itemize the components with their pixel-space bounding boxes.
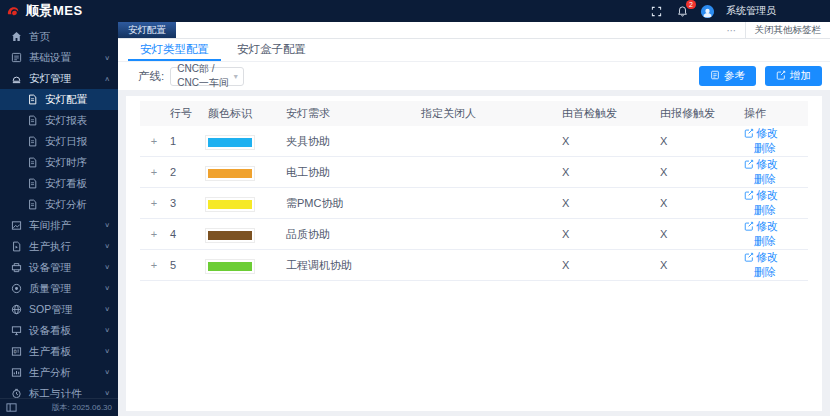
sidebar-item-车间排产[interactable]: 车间排产∨ — [0, 215, 118, 236]
document-icon — [26, 157, 38, 169]
sidebar-item-label: 生产看板 — [29, 345, 71, 359]
color-swatch — [208, 231, 252, 240]
sidebar-item-生产看板[interactable]: 生产看板∨ — [0, 341, 118, 362]
timer-icon — [10, 388, 22, 399]
first-check-trigger-cell: X — [560, 188, 658, 219]
modify-link[interactable]: 修改 — [744, 219, 778, 234]
sidebar-item-安灯管理[interactable]: 安灯管理∧ — [0, 68, 118, 89]
sidebar-item-安灯看板[interactable]: 安灯看板 — [0, 173, 118, 194]
quality-icon — [10, 283, 22, 295]
expand-row-icon[interactable]: + — [140, 157, 168, 188]
first-check-trigger-cell: X — [560, 219, 658, 250]
table-row: +1夹具协助XX修改删除 — [140, 126, 808, 157]
expand-row-icon[interactable]: + — [140, 219, 168, 250]
delete-link[interactable]: 删除 — [754, 141, 776, 156]
sidebar-item-安灯配置[interactable]: 安灯配置 — [0, 89, 118, 110]
user-avatar[interactable] — [701, 5, 714, 18]
assigned-closer-cell — [419, 250, 560, 281]
andon-lamp-icon — [10, 73, 22, 85]
chevron-down-icon: ∨ — [104, 369, 110, 376]
modify-link[interactable]: 修改 — [744, 250, 778, 265]
sidebar-item-安灯时序[interactable]: 安灯时序 — [0, 152, 118, 173]
repair-trigger-cell: X — [658, 219, 742, 250]
sidebar-item-生产分析[interactable]: 生产分析∨ — [0, 362, 118, 383]
table-header-row: 行号颜色标识安灯需求指定关闭人由首检触发由报修触发操作 — [140, 101, 808, 126]
delete-link[interactable]: 删除 — [754, 203, 776, 218]
monitor-icon — [10, 325, 22, 337]
main-area: 安灯配置 ⋯ 关闭其他标签栏 安灯类型配置安灯盒子配置 产线: CNC部 / C… — [118, 22, 830, 416]
column-header: 安灯需求 — [284, 101, 419, 126]
edit-icon — [744, 221, 754, 233]
sidebar-item-安灯日报[interactable]: 安灯日报 — [0, 131, 118, 152]
sidebar-footer: 版本: 2025.06.30 — [0, 398, 118, 416]
notification-badge: 2 — [686, 0, 696, 9]
row-number-cell: 5 — [168, 250, 206, 281]
sidebar-item-label: 安灯报表 — [45, 114, 87, 128]
version-label: 版本: 2025.06.30 — [52, 402, 112, 413]
document-icon — [26, 178, 38, 190]
expand-row-icon[interactable]: + — [140, 250, 168, 281]
sidebar-item-基础设置[interactable]: 基础设置∨ — [0, 47, 118, 68]
sidebar-item-label: 生产分析 — [29, 366, 71, 380]
edit-icon — [744, 190, 754, 202]
subtab-bar: 安灯类型配置安灯盒子配置 — [118, 39, 830, 62]
chevron-down-icon: ∨ — [104, 243, 110, 250]
table-row: +3需PMC协助XX修改删除 — [140, 188, 808, 219]
chevron-down-icon: ▼ — [232, 73, 239, 80]
sidebar-item-首页[interactable]: 首页 — [0, 26, 118, 47]
modify-link[interactable]: 修改 — [744, 188, 778, 203]
andon-demand-cell: 电工协助 — [284, 157, 419, 188]
modify-link[interactable]: 修改 — [744, 126, 778, 141]
sidebar-item-安灯分析[interactable]: 安灯分析 — [0, 194, 118, 215]
equipment-icon — [10, 262, 22, 274]
chevron-down-icon: ∨ — [104, 327, 110, 334]
repair-trigger-cell: X — [658, 188, 742, 219]
delete-link[interactable]: 删除 — [754, 234, 776, 249]
tab-more-icon[interactable]: ⋯ — [719, 22, 745, 38]
row-actions-cell: 修改删除 — [742, 126, 808, 157]
modify-link[interactable]: 修改 — [744, 157, 778, 172]
delete-link[interactable]: 删除 — [754, 172, 776, 187]
expand-row-icon[interactable]: + — [140, 188, 168, 219]
current-user-name[interactable]: 系统管理员 — [726, 4, 776, 18]
sidebar-item-设备看板[interactable]: 设备看板∨ — [0, 320, 118, 341]
document-icon — [26, 115, 38, 127]
color-tag-cell — [206, 250, 284, 281]
production-line-select[interactable]: CNC部 / CNC一车间 ▼ — [170, 67, 244, 86]
collapse-sidebar-icon[interactable] — [6, 402, 17, 413]
settings-icon — [10, 52, 22, 64]
sidebar-item-label: 车间排产 — [29, 219, 71, 233]
row-number-cell: 3 — [168, 188, 206, 219]
subtab-安灯盒子配置[interactable]: 安灯盒子配置 — [225, 39, 318, 61]
assigned-closer-cell — [419, 157, 560, 188]
subtab-安灯类型配置[interactable]: 安灯类型配置 — [128, 39, 221, 61]
row-actions-cell: 修改删除 — [742, 219, 808, 250]
first-check-trigger-cell: X — [560, 157, 658, 188]
close-other-tabs-button[interactable]: 关闭其他标签栏 — [745, 22, 830, 38]
assigned-closer-cell — [419, 126, 560, 157]
fullscreen-icon[interactable] — [649, 4, 663, 18]
sidebar-item-label: 安灯管理 — [29, 72, 71, 86]
reference-button[interactable]: 参考 — [699, 66, 756, 86]
sidebar-item-SOP管理[interactable]: SOP管理∨ — [0, 299, 118, 320]
sidebar-item-设备管理[interactable]: 设备管理∨ — [0, 257, 118, 278]
add-button[interactable]: 增加 — [765, 66, 822, 86]
column-header: 由首检触发 — [560, 101, 658, 126]
sidebar-item-label: 基础设置 — [29, 51, 71, 65]
tab-bar: 安灯配置 ⋯ 关闭其他标签栏 — [118, 22, 830, 39]
sidebar-item-质量管理[interactable]: 质量管理∨ — [0, 278, 118, 299]
sidebar-item-label: 安灯配置 — [45, 93, 87, 107]
delete-link[interactable]: 删除 — [754, 265, 776, 280]
tab-andon-config[interactable]: 安灯配置 — [118, 22, 176, 38]
notification-bell-icon[interactable]: 2 — [675, 4, 689, 18]
chart-icon — [10, 367, 22, 379]
sidebar-item-label: 安灯时序 — [45, 156, 87, 170]
chevron-up-icon: ∧ — [104, 75, 110, 82]
app-title: 顺景MES — [26, 2, 83, 20]
sidebar-item-生产执行[interactable]: 生产执行∨ — [0, 236, 118, 257]
sidebar-item-安灯报表[interactable]: 安灯报表 — [0, 110, 118, 131]
expand-row-icon[interactable]: + — [140, 126, 168, 157]
document-icon — [26, 199, 38, 211]
sidebar-item-标工与计件[interactable]: 标工与计件∨ — [0, 383, 118, 398]
row-actions-cell: 修改删除 — [742, 250, 808, 281]
